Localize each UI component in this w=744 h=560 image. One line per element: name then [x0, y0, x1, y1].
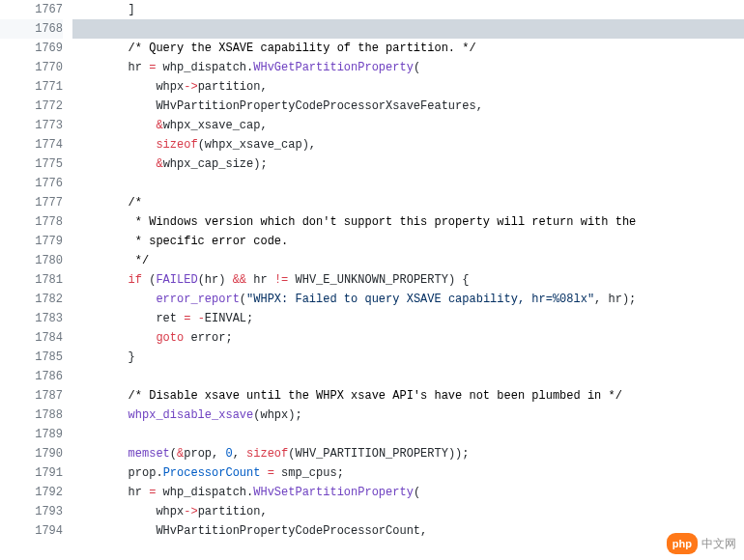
code-line[interactable]: [72, 425, 744, 444]
line-number[interactable]: 1773: [0, 116, 63, 135]
watermark: php 中文网: [667, 533, 736, 554]
code-line[interactable]: [72, 367, 744, 386]
code-view: 1767176817691770177117721773177417751776…: [0, 0, 744, 541]
token: WHvSetPartitionProperty: [253, 486, 414, 499]
code-line[interactable]: ]: [72, 0, 744, 19]
line-number[interactable]: 1770: [0, 58, 63, 77]
token: &: [156, 119, 162, 132]
code-line[interactable]: if (FAILED(hr) && hr != WHV_E_UNKNOWN_PR…: [72, 270, 744, 290]
code-line[interactable]: sizeof(whpx_xsave_cap),: [72, 135, 744, 154]
code-line[interactable]: /* Disable xsave until the WHPX xsave AP…: [72, 386, 744, 406]
token: );: [253, 157, 267, 171]
token: partition: [198, 505, 261, 518]
token: ret: [156, 312, 184, 325]
token: (hr): [198, 273, 233, 287]
token: WHvPartitionPropertyCodeProcessorCount: [156, 524, 420, 538]
token: EINVAL;: [205, 312, 253, 325]
code-line[interactable]: whpx_disable_xsave(whpx);: [72, 406, 744, 425]
code-line[interactable]: whpx->partition,: [72, 77, 744, 97]
token: memset: [129, 447, 170, 461]
code-line[interactable]: [72, 19, 744, 39]
token: whpx_cap_size: [163, 157, 254, 171]
token: ,: [476, 99, 483, 113]
token: smp_cpus;: [274, 466, 344, 480]
code-line[interactable]: hr = whp_dispatch.WHvSetPartitionPropert…: [72, 483, 744, 502]
code-line[interactable]: &whpx_cap_size);: [72, 154, 744, 174]
watermark-badge: php: [667, 533, 698, 554]
token: WHV_E_UNKNOWN_PROPERTY) {: [288, 273, 469, 287]
line-number[interactable]: 1769: [0, 39, 63, 58]
code-line[interactable]: prop.ProcessorCount = smp_cpus;: [72, 463, 744, 483]
line-number[interactable]: 1790: [0, 444, 63, 463]
line-number[interactable]: 1774: [0, 135, 63, 154]
token: }: [129, 350, 135, 364]
code-line[interactable]: hr = whp_dispatch.WHvGetPartitionPropert…: [72, 58, 744, 77]
token: (: [170, 447, 177, 461]
line-number[interactable]: 1768: [0, 19, 63, 39]
line-number[interactable]: 1789: [0, 425, 63, 444]
token: ,: [233, 447, 246, 461]
line-number[interactable]: 1778: [0, 212, 63, 232]
code-line[interactable]: * Windows version which don't support th…: [72, 212, 744, 232]
token: whpx_xsave_cap: [163, 119, 261, 132]
token: whpx: [156, 80, 184, 94]
token: hr: [129, 486, 150, 499]
token: sizeof: [156, 138, 197, 152]
token: 0: [225, 447, 232, 461]
code-line[interactable]: WHvPartitionPropertyCodeProcessorXsaveFe…: [72, 97, 744, 116]
token: (whpx);: [253, 408, 301, 422]
line-number[interactable]: 1785: [0, 348, 63, 367]
token: WHvGetPartitionProperty: [253, 61, 414, 74]
line-number[interactable]: 1783: [0, 309, 63, 328]
code-line[interactable]: }: [72, 348, 744, 367]
line-number[interactable]: 1794: [0, 521, 63, 541]
line-number[interactable]: 1792: [0, 483, 63, 502]
token: whpx_disable_xsave: [129, 408, 254, 422]
line-number[interactable]: 1782: [0, 290, 63, 309]
line-number[interactable]: 1788: [0, 406, 63, 425]
token: /* Disable xsave until the WHPX xsave AP…: [129, 389, 622, 403]
code-line[interactable]: * specific error code.: [72, 232, 744, 251]
line-number[interactable]: 1780: [0, 251, 63, 270]
line-number[interactable]: 1776: [0, 174, 63, 193]
token: FAILED: [156, 273, 197, 287]
token: ,: [260, 80, 267, 94]
code-line[interactable]: /* Query the XSAVE capability of the par…: [72, 39, 744, 58]
token: whp_dispatch: [156, 486, 246, 499]
token: partition: [198, 80, 261, 94]
code-line[interactable]: &whpx_xsave_cap,: [72, 116, 744, 135]
line-number[interactable]: 1784: [0, 328, 63, 348]
token: ,: [260, 119, 267, 132]
code-line[interactable]: goto error;: [72, 328, 744, 348]
code-line[interactable]: [72, 174, 744, 193]
line-number[interactable]: 1791: [0, 463, 63, 483]
code-line[interactable]: */: [72, 251, 744, 270]
code-line[interactable]: ret = -EINVAL;: [72, 309, 744, 328]
token: goto: [156, 331, 184, 345]
line-number[interactable]: 1793: [0, 502, 63, 521]
token: =: [268, 466, 274, 480]
token: WHvPartitionPropertyCodeProcessorXsaveFe…: [156, 99, 475, 113]
line-number[interactable]: 1786: [0, 367, 63, 386]
token: ,: [309, 138, 316, 152]
watermark-text: 中文网: [701, 534, 736, 553]
token: prop: [129, 466, 157, 480]
code-line[interactable]: WHvPartitionPropertyCodeProcessorCount,: [72, 521, 744, 541]
code-line[interactable]: memset(&prop, 0, sizeof(WHV_PARTITION_PR…: [72, 444, 744, 463]
line-number[interactable]: 1771: [0, 77, 63, 97]
line-number-gutter[interactable]: 1767176817691770177117721773177417751776…: [0, 0, 72, 541]
token: ]: [129, 3, 135, 16]
code-line[interactable]: whpx->partition,: [72, 502, 744, 521]
line-number[interactable]: 1767: [0, 0, 63, 19]
code-content[interactable]: ] /* Query the XSAVE capability of the p…: [72, 0, 744, 541]
line-number[interactable]: 1781: [0, 270, 63, 290]
line-number[interactable]: 1787: [0, 386, 63, 406]
token: ->: [184, 80, 197, 94]
line-number[interactable]: 1772: [0, 97, 63, 116]
token: !=: [274, 273, 288, 287]
code-line[interactable]: /*: [72, 193, 744, 212]
code-line[interactable]: error_report("WHPX: Failed to query XSAV…: [72, 290, 744, 309]
line-number[interactable]: 1779: [0, 232, 63, 251]
line-number[interactable]: 1775: [0, 154, 63, 174]
line-number[interactable]: 1777: [0, 193, 63, 212]
